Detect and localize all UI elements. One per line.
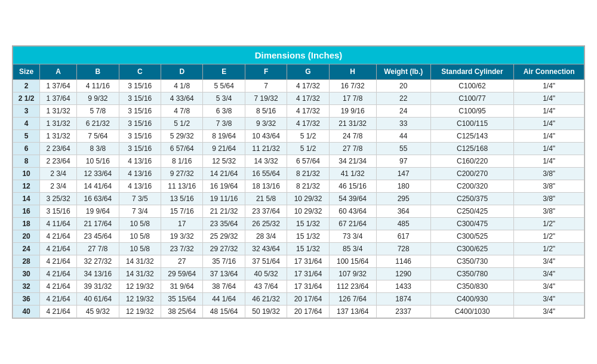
table-cell-18-7: 20 17/64 [287, 306, 329, 318]
table-cell-17-7: 20 17/64 [287, 293, 329, 306]
table-cell-15-2: 34 13/16 [77, 268, 119, 280]
table-cell-6-4: 8 1/16 [161, 155, 203, 168]
table-row: 184 11/6421 17/6410 5/81723 35/6426 25/3… [13, 218, 584, 230]
table-cell-10-3: 7 3/4 [119, 205, 161, 218]
title-row: Dimensions (Inches) [13, 46, 584, 64]
table-cell-16-9: 1433 [376, 280, 430, 293]
table-cell-6-1: 2 23/64 [40, 155, 77, 168]
table-cell-5-8: 27 7/8 [329, 143, 376, 155]
table-cell-0-7: 4 17/32 [287, 80, 329, 92]
header-col-7: G [287, 64, 329, 80]
table-cell-2-9: 24 [376, 105, 430, 118]
table-cell-15-3: 14 31/32 [119, 268, 161, 280]
table-cell-1-0: 2 1/2 [13, 92, 40, 105]
table-cell-7-11: 3/8" [514, 168, 584, 180]
table-cell-10-1: 3 15/16 [40, 205, 77, 218]
table-row: 404 21/6445 9/3212 19/3238 25/6448 15/64… [13, 306, 584, 318]
table-cell-12-8: 73 3/4 [329, 230, 376, 243]
table-cell-9-8: 54 39/64 [329, 193, 376, 205]
table-cell-15-0: 30 [13, 268, 40, 280]
table-cell-13-9: 728 [376, 243, 430, 255]
table-row: 21 37/644 11/163 15/164 1/85 5/6474 17/3… [13, 80, 584, 92]
table-row: 102 3/412 33/644 13/169 27/3214 21/6416 … [13, 168, 584, 180]
table-cell-9-11: 3/8" [514, 193, 584, 205]
table-cell-8-3: 4 13/16 [119, 180, 161, 193]
table-cell-3-8: 21 31/32 [329, 118, 376, 130]
table-cell-13-6: 32 43/64 [245, 243, 287, 255]
table-cell-0-2: 4 11/16 [77, 80, 119, 92]
table-cell-16-0: 32 [13, 280, 40, 293]
table-cell-10-0: 16 [13, 205, 40, 218]
table-cell-3-5: 7 3/8 [203, 118, 245, 130]
table-cell-4-11: 1/4" [514, 130, 584, 143]
table-cell-12-11: 1/2" [514, 230, 584, 243]
table-cell-8-10: C200/320 [430, 180, 514, 193]
table-cell-15-11: 3/4" [514, 268, 584, 280]
table-cell-12-6: 28 3/4 [245, 230, 287, 243]
table-cell-14-5: 35 7/16 [203, 255, 245, 268]
table-cell-4-9: 44 [376, 130, 430, 143]
table-cell-1-10: C100/77 [430, 92, 514, 105]
header-col-11: Air Connection [514, 64, 584, 80]
table-cell-13-3: 10 5/8 [119, 243, 161, 255]
table-cell-13-2: 27 7/8 [77, 243, 119, 255]
table-cell-14-10: C350/730 [430, 255, 514, 268]
dimensions-table-wrapper: Dimensions (Inches) SizeABCDEFGHWeight (… [12, 45, 585, 319]
table-cell-9-9: 295 [376, 193, 430, 205]
table-cell-16-5: 38 7/64 [203, 280, 245, 293]
table-cell-6-6: 14 3/32 [245, 155, 287, 168]
table-cell-7-4: 9 27/32 [161, 168, 203, 180]
table-cell-0-4: 4 1/8 [161, 80, 203, 92]
table-cell-4-1: 1 31/32 [40, 130, 77, 143]
table-cell-18-0: 40 [13, 306, 40, 318]
table-cell-11-6: 26 25/32 [245, 218, 287, 230]
table-cell-4-5: 8 19/64 [203, 130, 245, 143]
table-cell-5-0: 6 [13, 143, 40, 155]
table-cell-3-3: 3 15/16 [119, 118, 161, 130]
table-cell-10-7: 10 29/32 [287, 205, 329, 218]
table-cell-18-4: 38 25/64 [161, 306, 203, 318]
table-cell-0-5: 5 5/64 [203, 80, 245, 92]
table-cell-1-3: 3 15/16 [119, 92, 161, 105]
table-cell-14-1: 4 21/64 [40, 255, 77, 268]
table-cell-2-11: 1/4" [514, 105, 584, 118]
table-cell-7-10: C200/270 [430, 168, 514, 180]
table-cell-9-2: 16 63/64 [77, 193, 119, 205]
table-cell-3-0: 4 [13, 118, 40, 130]
table-cell-17-5: 44 1/64 [203, 293, 245, 306]
table-cell-18-5: 48 15/64 [203, 306, 245, 318]
table-cell-8-2: 14 41/64 [77, 180, 119, 193]
table-cell-8-6: 18 13/16 [245, 180, 287, 193]
header-col-6: F [245, 64, 287, 80]
table-cell-14-9: 1146 [376, 255, 430, 268]
table-cell-4-4: 5 29/32 [161, 130, 203, 143]
table-row: 82 23/6410 5/164 13/168 1/1612 5/3214 3/… [13, 155, 584, 168]
table-cell-15-9: 1290 [376, 268, 430, 280]
table-cell-18-2: 45 9/32 [77, 306, 119, 318]
table-row: 204 21/6423 45/6410 5/819 3/3225 29/3228… [13, 230, 584, 243]
header-col-4: D [161, 64, 203, 80]
table-cell-5-1: 2 23/64 [40, 143, 77, 155]
table-cell-1-8: 17 7/8 [329, 92, 376, 105]
table-cell-4-6: 10 43/64 [245, 130, 287, 143]
table-cell-7-7: 8 21/32 [287, 168, 329, 180]
table-cell-11-8: 67 21/64 [329, 218, 376, 230]
table-cell-4-0: 5 [13, 130, 40, 143]
table-row: 31 31/325 7/83 15/164 7/86 3/88 5/164 17… [13, 105, 584, 118]
table-cell-12-3: 10 5/8 [119, 230, 161, 243]
table-cell-2-3: 3 15/16 [119, 105, 161, 118]
table-cell-12-5: 25 29/32 [203, 230, 245, 243]
table-cell-10-6: 23 37/64 [245, 205, 287, 218]
table-cell-13-0: 24 [13, 243, 40, 255]
table-cell-2-5: 6 3/8 [203, 105, 245, 118]
table-cell-11-3: 10 5/8 [119, 218, 161, 230]
table-cell-11-11: 1/2" [514, 218, 584, 230]
table-cell-0-11: 1/4" [514, 80, 584, 92]
table-cell-13-4: 23 7/32 [161, 243, 203, 255]
table-cell-16-4: 31 9/64 [161, 280, 203, 293]
table-cell-6-5: 12 5/32 [203, 155, 245, 168]
table-cell-16-2: 39 31/32 [77, 280, 119, 293]
table-cell-1-5: 5 3/4 [203, 92, 245, 105]
table-cell-0-10: C100/62 [430, 80, 514, 92]
table-cell-17-6: 46 21/32 [245, 293, 287, 306]
